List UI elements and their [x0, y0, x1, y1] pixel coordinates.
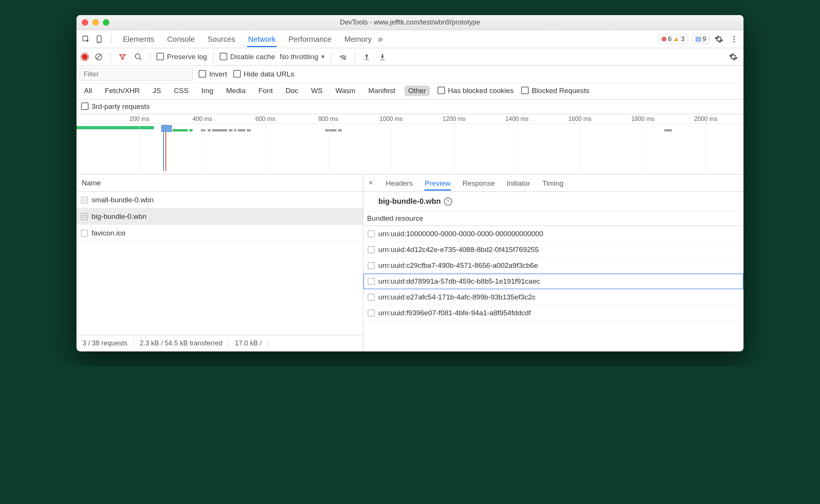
type-filter-row: AllFetch/XHRJSCSSImgMediaFontDocWSWasmMa…	[76, 83, 744, 99]
main-tab-console[interactable]: Console	[166, 31, 195, 47]
settings-gear-icon[interactable]	[713, 34, 725, 45]
timeline-tick: 1200 ms	[442, 116, 465, 122]
svg-point-5	[733, 41, 735, 42]
throttling-select[interactable]: No throttling ▾	[280, 52, 325, 61]
network-conditions-icon[interactable]	[337, 51, 349, 63]
detail-panel: × HeadersPreviewResponseInitiatorTiming …	[363, 174, 744, 351]
main-tab-memory[interactable]: Memory	[344, 31, 372, 47]
titlebar: DevTools - www.jefftk.com/test/wbn9/prot…	[76, 15, 744, 30]
type-chip-img[interactable]: Img	[197, 86, 217, 96]
status-segment: 3 / 38 requests	[76, 339, 134, 347]
svg-point-8	[135, 53, 140, 58]
timeline-tick: 1400 ms	[505, 116, 528, 122]
type-chip-css[interactable]: CSS	[170, 86, 192, 96]
svg-point-4	[733, 38, 735, 40]
window-title: DevTools - www.jefftk.com/test/wbn9/prot…	[76, 18, 744, 26]
type-chip-manifest[interactable]: Manifest	[364, 86, 399, 96]
type-chip-all[interactable]: All	[80, 86, 96, 96]
messages-badge[interactable]: ▤9	[692, 34, 710, 44]
timeline-tick: 1800 ms	[631, 116, 654, 122]
main-tab-elements[interactable]: Elements	[122, 31, 155, 47]
filter-funnel-icon[interactable]	[117, 51, 128, 63]
detail-tab-timing[interactable]: Timing	[542, 176, 564, 191]
has-blocked-cookies-checkbox[interactable]: Has blocked cookies	[438, 87, 514, 95]
request-row[interactable]: favicon.ico	[76, 225, 363, 241]
status-segment: 17.0 kB /	[229, 339, 268, 347]
timeline-tick: 1600 ms	[568, 116, 591, 122]
hide-data-urls-checkbox[interactable]: Hide data URLs	[233, 70, 294, 78]
clear-icon[interactable]	[93, 51, 104, 63]
type-chip-ws[interactable]: WS	[308, 86, 327, 96]
name-column-header[interactable]: Name	[76, 174, 363, 192]
bundled-resource-row[interactable]: urn:uuid:4d12c42e-e735-4088-8bd2-0f415f7…	[363, 242, 744, 258]
upload-har-icon[interactable]	[361, 51, 372, 63]
kebab-menu-icon[interactable]	[728, 34, 740, 45]
invert-checkbox[interactable]: Invert	[199, 70, 227, 78]
errors-badge[interactable]: ⊗6 ▲3	[658, 34, 688, 44]
request-row[interactable]: small-bundle-0.wbn	[76, 192, 363, 208]
type-chip-media[interactable]: Media	[222, 86, 249, 96]
svg-line-9	[139, 58, 142, 60]
timeline-overview[interactable]: 200 ms400 ms600 ms800 ms1000 ms1200 ms14…	[76, 114, 744, 174]
main-tab-sources[interactable]: Sources	[207, 31, 236, 47]
detail-tab-response[interactable]: Response	[462, 176, 496, 191]
file-icon	[368, 262, 375, 269]
file-icon	[368, 231, 375, 237]
main-tab-performance[interactable]: Performance	[288, 31, 333, 47]
timeline-tick: 800 ms	[318, 116, 338, 122]
search-icon[interactable]	[133, 51, 144, 63]
blocked-requests-checkbox[interactable]: Blocked Requests	[521, 87, 589, 95]
request-name: small-bundle-0.wbn	[92, 196, 154, 204]
bundled-resource-row[interactable]: urn:uuid:dd78991a-57db-459c-b8b5-1e191f9…	[363, 273, 744, 289]
timeline-tick: 1000 ms	[379, 116, 402, 122]
status-bar: 3 / 38 requests2.3 kB / 54.5 kB transfer…	[76, 335, 363, 351]
document-icon	[81, 197, 88, 203]
bundled-resource-row[interactable]: urn:uuid:10000000-0000-0000-0000-0000000…	[363, 226, 744, 242]
detail-tab-headers[interactable]: Headers	[385, 176, 414, 191]
type-chip-doc[interactable]: Doc	[282, 86, 302, 96]
record-button[interactable]	[81, 53, 89, 61]
type-chip-other[interactable]: Other	[404, 86, 430, 96]
help-icon[interactable]: ?	[444, 197, 452, 206]
filter-row: Invert Hide data URLs	[76, 66, 744, 83]
disable-cache-checkbox[interactable]: Disable cache	[220, 53, 275, 61]
close-detail-icon[interactable]: ×	[369, 179, 373, 187]
timeline-tick: 200 ms	[130, 116, 149, 122]
timeline-tick: 2000 ms	[694, 116, 717, 122]
detail-tab-initiator[interactable]: Initiator	[506, 176, 531, 191]
document-icon	[81, 213, 88, 220]
device-toggle-icon[interactable]	[94, 34, 105, 45]
bundled-resource-row[interactable]: urn:uuid:f9396e07-f081-4bfe-94a1-a8f954f…	[363, 305, 744, 321]
type-chip-wasm[interactable]: Wasm	[332, 86, 359, 96]
status-segment: 2.3 kB / 54.5 kB transferred	[134, 339, 229, 347]
resource-urn: urn:uuid:c29cfba7-490b-4571-8656-a002a9f…	[378, 261, 538, 270]
type-chip-js[interactable]: JS	[149, 86, 165, 96]
devtools-window: DevTools - www.jefftk.com/test/wbn9/prot…	[76, 15, 744, 351]
resource-urn: urn:uuid:10000000-0000-0000-0000-0000000…	[378, 230, 543, 238]
svg-line-7	[97, 55, 101, 59]
panel-settings-gear-icon[interactable]	[728, 51, 739, 63]
detail-tab-preview[interactable]: Preview	[424, 176, 451, 191]
file-icon	[368, 278, 375, 285]
request-row[interactable]: big-bundle-0.wbn	[76, 208, 363, 225]
divider	[111, 34, 112, 44]
bundled-resource-row[interactable]: urn:uuid:e27afc54-171b-4afc-899b-93b135e…	[363, 289, 744, 305]
type-chip-fetch-xhr[interactable]: Fetch/XHR	[101, 86, 144, 96]
split-panel: Name small-bundle-0.wbnbig-bundle-0.wbnf…	[76, 174, 744, 351]
main-tab-network[interactable]: Network	[247, 31, 276, 47]
third-party-row: 3rd-party requests	[76, 99, 744, 114]
resource-urn: urn:uuid:dd78991a-57db-459c-b8b5-1e191f9…	[378, 277, 540, 286]
timeline-tick: 600 ms	[255, 116, 275, 122]
third-party-checkbox[interactable]: 3rd-party requests	[81, 102, 150, 111]
bundled-resource-row[interactable]: urn:uuid:c29cfba7-490b-4571-8656-a002a9f…	[363, 258, 744, 273]
network-toolbar: Preserve log Disable cache No throttling…	[76, 48, 744, 66]
preserve-log-checkbox[interactable]: Preserve log	[156, 53, 207, 61]
inspect-element-icon[interactable]	[80, 34, 92, 45]
filter-input[interactable]	[80, 68, 193, 81]
download-har-icon[interactable]	[377, 51, 388, 63]
warnings-count: 3	[681, 35, 684, 43]
request-name: big-bundle-0.wbn	[92, 212, 147, 221]
resource-urn: urn:uuid:4d12c42e-e735-4088-8bd2-0f415f7…	[378, 246, 539, 254]
more-tabs-chevron-icon[interactable]: »	[375, 34, 386, 45]
type-chip-font[interactable]: Font	[255, 86, 277, 96]
